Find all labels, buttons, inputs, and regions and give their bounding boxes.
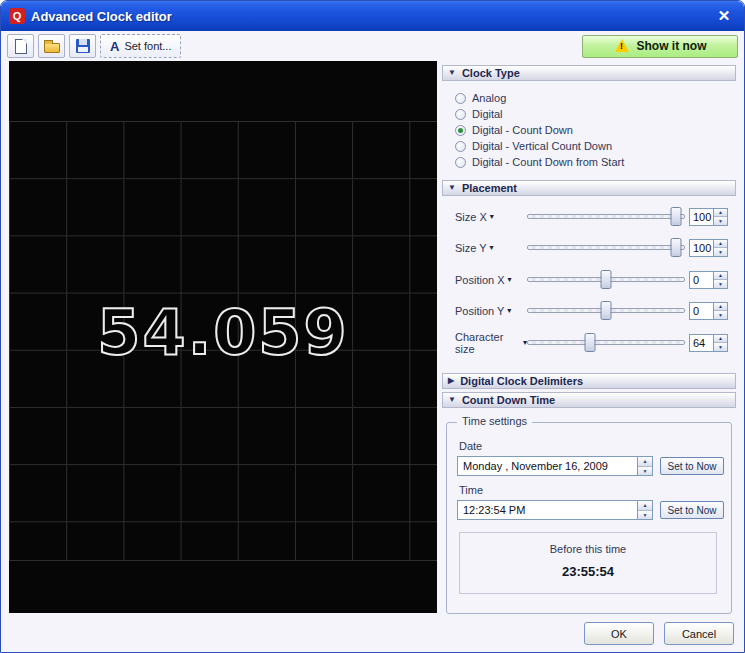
spin-down-icon[interactable]: ▼ [714,217,727,225]
spin-down-icon[interactable]: ▼ [638,467,652,476]
save-floppy-icon [76,39,90,53]
size-y-row: Size Y ▾ 100 ▲ ▼ [455,237,736,258]
radio-digital[interactable]: Digital [455,106,736,122]
new-button[interactable] [7,34,34,58]
set-font-button[interactable]: A Set font... [100,34,181,58]
font-letter-icon: A [110,39,119,54]
position-y-value[interactable]: 0 [689,302,713,320]
collapse-arrow-icon: ▼ [448,184,456,192]
date-spinner[interactable]: ▲ ▼ [637,457,652,475]
spin-down-icon[interactable]: ▼ [638,511,652,520]
spin-up-icon[interactable]: ▲ [714,209,727,218]
radio-analog[interactable]: Analog [455,90,736,106]
radio-digital-count-down-from-start[interactable]: Digital - Count Down from Start [455,154,736,170]
open-folder-icon [44,43,60,53]
character-size-slider[interactable] [527,332,685,353]
slider-thumb[interactable] [670,207,681,226]
count-down-body: Time settings Date Monday , November 16,… [442,408,736,614]
slider-thumb[interactable] [585,333,596,352]
radio-label: Digital - Count Down from Start [472,156,624,168]
spin-up-icon[interactable]: ▲ [714,303,727,312]
section-title: Clock Type [462,67,520,79]
position-x-value[interactable]: 0 [689,271,713,289]
close-button[interactable]: ✕ [712,5,736,27]
save-button[interactable] [69,34,96,58]
radio-icon [455,109,466,120]
size-y-value[interactable]: 100 [689,239,713,257]
footer: OK Cancel [1,613,744,653]
cancel-button[interactable]: Cancel [664,622,734,645]
set-font-label: Set font... [124,40,171,52]
caret-down-icon: ▾ [490,243,494,252]
character-size-value[interactable]: 64 [689,334,713,352]
section-header-placement[interactable]: ▼ Placement [442,180,736,196]
character-size-spinner[interactable]: ▲ ▼ [713,334,728,352]
new-document-icon [15,39,27,54]
time-settings-group: Time settings Date Monday , November 16,… [446,422,732,614]
size-x-slider[interactable] [527,206,685,227]
spin-up-icon[interactable]: ▲ [638,457,652,467]
radio-digital-count-down[interactable]: Digital - Count Down [455,122,736,138]
position-x-slider[interactable] [527,269,685,290]
time-row: 12:23:54 PM ▲ ▼ Set to Now [457,500,721,520]
group-title: Time settings [457,415,532,427]
spin-down-icon[interactable]: ▼ [714,343,727,351]
time-picker[interactable]: 12:23:54 PM ▲ ▼ [457,500,653,520]
radio-icon [455,157,466,168]
app-icon: Q [9,8,25,24]
show-it-now-button[interactable]: ! Show it now [582,35,738,58]
size-x-value[interactable]: 100 [689,208,713,226]
spin-down-icon[interactable]: ▼ [714,280,727,288]
character-size-label[interactable]: Character size ▾ [455,331,527,355]
caret-down-icon: ▾ [508,275,512,284]
before-this-time-value: 23:55:54 [460,564,716,579]
radio-label: Digital - Vertical Count Down [472,140,612,152]
time-spinner[interactable]: ▲ ▼ [637,501,652,519]
section-header-delimiters[interactable]: ▶ Digital Clock Delimiters [442,373,736,389]
slider-thumb[interactable] [670,238,681,257]
collapse-arrow-icon: ▼ [448,69,456,77]
before-this-time-panel: Before this time 23:55:54 [459,532,717,594]
character-size-row: Character size ▾ 64 ▲ ▼ [455,332,736,353]
time-set-to-now-button[interactable]: Set to Now [660,501,724,519]
radio-label: Digital [472,108,503,120]
slider-thumb[interactable] [601,270,612,289]
radio-icon [455,93,466,104]
spin-down-icon[interactable]: ▼ [714,311,727,319]
section-title: Digital Clock Delimiters [460,375,583,387]
spin-up-icon[interactable]: ▲ [714,240,727,249]
size-y-label[interactable]: Size Y ▾ [455,242,527,254]
content: 54.059 ▼ Clock Type Analog Digital [1,61,744,613]
position-y-label[interactable]: Position Y ▾ [455,305,527,317]
section-header-count-down-time[interactable]: ▼ Count Down Time [442,392,736,408]
clock-preview-canvas[interactable]: 54.059 [9,61,437,613]
size-y-spinner[interactable]: ▲ ▼ [713,239,728,257]
spin-up-icon[interactable]: ▲ [714,335,727,344]
titlebar: Q Advanced Clock editor ✕ [1,1,744,31]
size-x-spinner[interactable]: ▲ ▼ [713,208,728,226]
countdown-preview-text: 54.059 [97,296,348,369]
collapse-arrow-icon: ▼ [448,396,456,404]
slider-thumb[interactable] [601,301,612,320]
position-x-label[interactable]: Position X ▾ [455,274,527,286]
spin-up-icon[interactable]: ▲ [638,501,652,511]
toolbar: A Set font... ! Show it now [1,31,744,61]
position-y-spinner[interactable]: ▲ ▼ [713,302,728,320]
radio-label: Digital - Count Down [472,124,573,136]
section-header-clock-type[interactable]: ▼ Clock Type [442,65,736,81]
spin-up-icon[interactable]: ▲ [714,272,727,281]
position-y-slider[interactable] [527,300,685,321]
open-button[interactable] [38,34,65,58]
spin-down-icon[interactable]: ▼ [714,248,727,256]
radio-digital-vertical-count-down[interactable]: Digital - Vertical Count Down [455,138,736,154]
size-x-label[interactable]: Size X ▾ [455,211,527,223]
ok-button[interactable]: OK [584,622,654,645]
clock-type-body: Analog Digital Digital - Count Down Digi… [442,81,736,180]
warning-icon: ! [614,39,630,53]
caret-down-icon: ▾ [507,306,511,315]
position-x-spinner[interactable]: ▲ ▼ [713,271,728,289]
placement-body: Size X ▾ 100 ▲ ▼ Size Y [442,196,736,373]
date-set-to-now-button[interactable]: Set to Now [660,457,724,475]
size-y-slider[interactable] [527,237,685,258]
date-picker[interactable]: Monday , November 16, 2009 ▲ ▼ [457,456,653,476]
